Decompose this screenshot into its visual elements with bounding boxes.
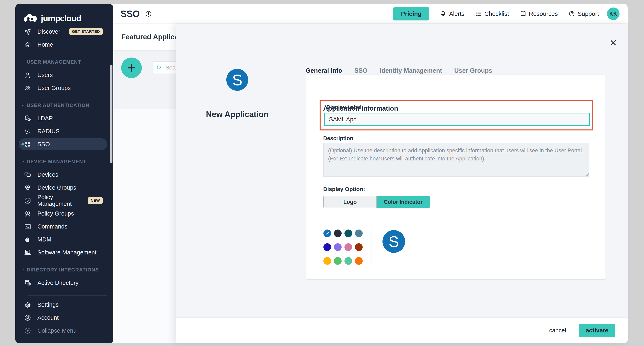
sidebar-item-commands[interactable]: Commands [15,220,113,233]
color-swatch-fdb402[interactable] [324,257,331,265]
sidebar-item-active-directory[interactable]: Active Directory [15,276,113,289]
sidebar-item-software-management[interactable]: Software Management [15,246,113,259]
policy-groups-icon [24,210,31,217]
sidebar-item-ldap[interactable]: LDAP [15,112,113,125]
user-icon [24,71,31,79]
sidebar-item-label: SSO [38,141,50,148]
sidebar-item-label: RADIUS [38,128,60,135]
description-textarea[interactable] [323,143,589,177]
display-label-highlight: *Display Label [320,100,593,130]
sidebar-item-label: LDAP [38,115,53,122]
header-item-checklist[interactable]: Checklist [475,10,509,17]
sidebar-item-label: User Groups [38,85,70,91]
color-swatch-252f3c[interactable] [334,230,342,237]
sidebar-item-device-groups[interactable]: Device Groups [15,181,113,194]
sidebar-item-label: Collapse Menu [38,327,76,334]
chevron-down-icon [21,159,27,164]
sidebar-item-discover[interactable]: DiscoverGET STARTED [15,25,113,38]
color-swatch-fa7302[interactable] [355,257,363,265]
sidebar-item-user-groups[interactable]: User Groups [15,81,113,94]
info-icon[interactable] [145,10,152,18]
display-option-logo[interactable]: Logo [324,196,377,208]
header-item-resources[interactable]: Resources [520,10,558,17]
color-swatch-1a10b5[interactable] [324,243,331,251]
home-icon [24,41,31,48]
sidebar-item-users[interactable]: Users [15,68,113,81]
sidebar-item-label: Users [38,72,53,78]
activate-button[interactable]: activate [579,324,615,337]
application-avatar: S [226,69,248,91]
chevron-down-icon [21,60,27,64]
sidebar-section-user-authentication[interactable]: USER AUTHENTICATION [15,99,113,112]
header-item-alerts[interactable]: Alerts [440,10,464,17]
display-option-color-indicator[interactable]: Color Indicator [377,196,430,208]
sidebar-item-radius[interactable]: RADIUS [15,125,113,138]
sidebar-item-devices[interactable]: Devices [15,168,113,181]
search-icon [156,64,162,71]
apple-icon [24,236,31,243]
sidebar-nav: DiscoverGET STARTEDHomeUSER MANAGEMENTUs… [15,25,113,337]
software-icon [24,249,31,256]
color-swatch-4d8495[interactable] [355,230,363,237]
add-application-button[interactable] [121,58,142,78]
active-dot [22,143,24,145]
jumpcloud-cloud-icon [23,13,38,24]
close-icon[interactable] [609,38,618,47]
color-swatch-d678a6[interactable] [344,243,352,251]
jumpcloud-logo-text: jumpcloud [41,14,81,23]
color-swatch-1371b6[interactable] [324,230,331,237]
sidebar-item-account[interactable]: Account [15,311,113,324]
sidebar-item-label: Devices [38,171,58,178]
header-item-support[interactable]: Support [568,10,599,17]
policy-icon [24,197,31,204]
sidebar-item-label: Policy Management [38,194,88,207]
color-swatch-9c2e0a[interactable] [355,243,363,251]
new-application-modal: S New Application General InfoSSOIdentit… [176,24,628,343]
sidebar-item-label: Account [38,314,59,321]
header-nav: PricingAlertsChecklistResourcesSupport [393,7,599,21]
sidebar-scrollbar[interactable] [110,65,112,163]
display-label-label: *Display Label [324,104,362,110]
collapse-icon [24,327,31,334]
sidebar-item-settings[interactable]: Settings [15,298,113,311]
display-option-label: Display Option: [323,186,365,193]
chevron-down-icon [21,268,27,272]
application-information-card: Application Information *Display Label D… [306,75,605,280]
sidebar-item-collapse-menu[interactable]: Collapse Menu [15,324,113,337]
sidebar-item-label: Commands [38,223,67,230]
display-label-input[interactable] [324,113,590,126]
help-icon [568,10,575,17]
pricing-button[interactable]: Pricing [393,7,429,21]
terminal-icon [24,223,31,230]
sidebar-item-mdm[interactable]: MDM [15,233,113,246]
jumpcloud-logo[interactable]: jumpcloud [15,12,113,25]
sidebar-item-sso[interactable]: SSO [15,138,113,151]
swatch-divider [372,226,372,266]
user-avatar[interactable]: KK [607,8,620,20]
chevron-down-icon [21,103,27,108]
display-option-toggle: LogoColor Indicator [323,196,430,208]
color-swatch-8b70ea[interactable] [334,243,342,251]
color-swatch-57c267[interactable] [334,257,342,265]
gear-icon [24,301,31,308]
devices-icon [24,171,31,179]
sidebar-section-user-management[interactable]: USER MANAGEMENT [15,56,113,68]
rocket-icon [24,28,31,36]
color-swatch-0b5662[interactable] [344,230,352,237]
sidebar-section-directory-integrations[interactable]: DIRECTORY INTEGRATIONS [15,263,113,276]
ldap-database-icon [24,115,31,122]
sidebar-badge: GET STARTED [69,28,103,35]
sidebar-item-policy-management[interactable]: Policy ManagementNEW [15,194,113,207]
sidebar-section-device-management[interactable]: DEVICE MANAGEMENT [15,155,113,168]
page-title: SSO [120,8,140,19]
checklist-icon [475,10,482,17]
cancel-button[interactable]: cancel [549,327,566,334]
sidebar-item-home[interactable]: Home [15,38,113,51]
sidebar-badge: NEW [88,197,103,204]
sidebar-item-label: Home [38,41,53,48]
modal-footer: cancel activate [176,317,628,343]
top-header: SSO PricingAlertsChecklistResourcesSuppo… [113,4,628,24]
sidebar-item-policy-groups[interactable]: Policy Groups [15,207,113,220]
color-swatch-59c69b[interactable] [344,257,352,265]
sidebar-divider [28,295,107,296]
